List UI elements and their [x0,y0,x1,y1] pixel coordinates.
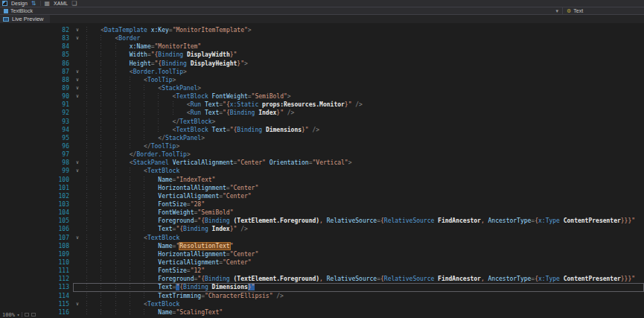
line-number[interactable]: 90 [0,92,71,101]
fold-toggle-icon[interactable]: ∨ [71,76,83,84]
line-number[interactable]: 106 [0,225,71,233]
code-line-101[interactable]: 101 HorizontalAlignment="Center" [0,184,644,192]
line-number[interactable]: 110 [0,258,71,267]
code-line-82[interactable]: 82∨ <DataTemplate x:Key="MonitorItemTemp… [0,26,644,34]
line-number[interactable]: 112 [0,275,71,283]
code-line-109[interactable]: 109 HorizontalAlignment="Center" [0,250,644,258]
code-token: "ScalingText" [176,309,223,316]
line-number[interactable]: 103 [0,200,71,209]
code-line-107[interactable]: 107∨ <TextBlock [0,234,644,242]
line-number[interactable]: 86 [0,60,71,68]
code-line-86[interactable]: 86 Height="{Binding DisplayHeight}"> [0,60,644,68]
code-line-114[interactable]: 114 TextTrimming="CharacterEllipsis" /> [0,292,644,300]
line-number[interactable]: 115 [0,300,71,308]
fold-toggle-icon[interactable]: ∨ [71,159,83,167]
status-icon[interactable] [25,313,29,317]
indent-guide [101,185,115,191]
line-number[interactable]: 94 [0,126,71,134]
zoom-control[interactable]: 100% ▾ [0,311,38,318]
line-number[interactable]: 114 [0,292,71,300]
line-number[interactable]: 82 [0,26,71,34]
code-line-103[interactable]: 103 FontSize="28" [0,200,644,209]
code-line-85[interactable]: 85 Width="{Binding DisplayWidth}" [0,51,644,59]
line-number[interactable]: 108 [0,242,71,250]
code-line-102[interactable]: 102 VerticalAlignment="Center" [0,192,644,200]
fold-toggle-icon[interactable]: ∨ [71,300,83,308]
line-number[interactable]: 87 [0,68,71,76]
code-line-93[interactable]: 93 </TextBlock> [0,118,644,126]
code-token: Foreground [158,276,194,282]
code-line-88[interactable]: 88∨ <ToolTip> [0,76,644,84]
code-token: TextTrimming [158,293,201,299]
fold-toggle-icon[interactable]: ∨ [71,167,83,175]
code-line-110[interactable]: 110 VerticalAlignment="Center" [0,258,644,267]
property-dropdown[interactable]: ⚙ Text [562,7,644,14]
code-line-84[interactable]: 84 x:Name="MonitorItem" [0,42,644,51]
line-number[interactable]: 104 [0,209,71,217]
code-token: }}}" [621,276,635,282]
line-number[interactable]: 100 [0,176,71,184]
line-number[interactable]: 98 [0,159,71,167]
code-line-113[interactable]: 113 Text="{Binding Dimensions}" [0,283,644,291]
code-line-95[interactable]: 95 </StackPanel> [0,134,644,142]
line-number[interactable]: 89 [0,84,71,92]
xaml-tab[interactable]: XAML [54,0,68,7]
line-number[interactable]: 109 [0,250,71,258]
code-line-90[interactable]: 90∨ <TextBlock FontWeight="SemiBold"> [0,92,644,101]
line-number[interactable]: 96 [0,142,71,150]
line-number[interactable]: 99 [0,167,71,175]
popout-icon[interactable]: ❏ [71,0,77,7]
line-number[interactable]: 102 [0,192,71,200]
line-number[interactable]: 97 [0,150,71,159]
line-number[interactable]: 85 [0,51,71,59]
code-line-92[interactable]: 92 <Run Text="{Binding Index}" /> [0,109,644,117]
code-line-115[interactable]: 115∨ <TextBlock [0,300,644,308]
code-line-104[interactable]: 104 FontWeight="SemiBold" [0,209,644,217]
fold-toggle-icon[interactable]: ∨ [71,84,83,92]
line-number[interactable]: 113 [0,283,71,291]
xaml-editor[interactable]: 82∨ <DataTemplate x:Key="MonitorItemTemp… [0,23,644,318]
code-line-87[interactable]: 87∨ <Border.ToolTip> [0,68,644,76]
code-line-105[interactable]: 105 Foreground="{Binding (TextElement.Fo… [0,217,644,225]
line-number[interactable]: 83 [0,34,71,42]
code-line-96[interactable]: 96 </ToolTip> [0,142,644,150]
live-preview-tab[interactable]: Live Preview [0,15,50,23]
code-token: Binding [183,226,208,232]
code-line-91[interactable]: 91 <Run Text="{x:Static props:Resources.… [0,101,644,109]
code-line-94[interactable]: 94 <TextBlock Text="{Binding Dimensions}… [0,126,644,134]
code-line-97[interactable]: 97 </Border.ToolTip> [0,150,644,159]
fold-toggle-icon[interactable]: ∨ [71,68,83,76]
line-number[interactable]: 84 [0,42,71,51]
indent-guide [130,293,144,299]
line-number[interactable]: 88 [0,76,71,84]
code-line-98[interactable]: 98∨ <StackPanel VerticalAlignment="Cente… [0,159,644,167]
swap-panes-icon[interactable]: ⇅ [31,0,36,7]
status-icon[interactable] [31,313,36,317]
code-line-83[interactable]: 83∨ <Border [0,34,644,42]
line-number[interactable]: 105 [0,217,71,225]
code-line-100[interactable]: 100 Name="IndexText" [0,176,644,184]
code-line-106[interactable]: 106 Text="{Binding Index}" /> [0,225,644,233]
code-line-116[interactable]: 116 Name="ScalingText" [0,308,644,317]
fold-toggle-icon[interactable]: ∨ [71,26,83,34]
code-token: VerticalAlignment [158,259,219,266]
line-number[interactable]: 107 [0,234,71,242]
fold-toggle-icon[interactable]: ∨ [71,234,83,242]
line-number[interactable]: 91 [0,101,71,109]
line-number[interactable]: 95 [0,134,71,142]
chevron-down-icon[interactable]: ▾ [17,312,20,317]
line-number[interactable]: 111 [0,267,71,275]
design-tab[interactable]: Design [11,0,28,7]
code-token: TextBlock [176,127,208,133]
line-number[interactable]: 93 [0,118,71,126]
code-line-112[interactable]: 112 Foreground="{Binding (TextElement.Fo… [0,275,644,283]
line-number[interactable]: 101 [0,184,71,192]
code-line-99[interactable]: 99∨ <TextBlock [0,167,644,175]
line-number[interactable]: 92 [0,109,71,117]
fold-toggle-icon[interactable]: ∨ [71,92,83,101]
element-dropdown[interactable]: TextBlock ▾ [0,7,562,14]
code-line-111[interactable]: 111 FontSize="12" [0,267,644,275]
code-line-108[interactable]: 108 Name="ResolutionText" [0,242,644,250]
fold-toggle-icon[interactable]: ∨ [71,34,83,42]
code-line-89[interactable]: 89∨ <StackPanel> [0,84,644,92]
